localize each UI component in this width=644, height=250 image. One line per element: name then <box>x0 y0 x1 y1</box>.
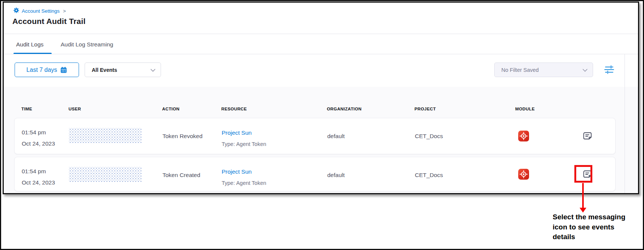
organization-cell: default <box>327 172 345 179</box>
divider <box>625 54 625 193</box>
chevron-down-icon <box>583 67 587 73</box>
column-header-module: MODULE <box>515 107 535 111</box>
divider <box>4 34 638 34</box>
column-header-resource: RESOURCE <box>221 107 247 111</box>
action-cell: Token Created <box>162 172 200 179</box>
cet-module-icon <box>518 169 529 180</box>
gear-icon <box>13 7 19 15</box>
audit-trail-window: Account Settings > Account Audit Trail A… <box>3 1 639 194</box>
user-redacted <box>69 128 142 143</box>
tab-audit-logs[interactable]: Audit Logs <box>16 41 43 48</box>
breadcrumb-account-settings[interactable]: Account Settings <box>22 8 60 14</box>
sliders-icon <box>604 70 615 76</box>
annotation-text: Select the messaging icon to see events … <box>553 212 639 242</box>
saved-filter-select[interactable]: No Filter Saved <box>494 62 593 77</box>
column-header-time: TIME <box>21 107 32 111</box>
annotation-arrow <box>582 183 584 208</box>
table-row: 01:54 pm Oct 24, 2023 Token Created Proj… <box>14 157 616 191</box>
message-icon <box>583 136 592 142</box>
highlight-box <box>574 165 592 183</box>
tab-audit-log-streaming[interactable]: Audit Log Streaming <box>61 41 113 48</box>
action-cell: Token Revoked <box>162 133 203 140</box>
project-cell: CET_Docs <box>415 172 443 179</box>
table-row: 01:54 pm Oct 24, 2023 Token Revoked Proj… <box>14 118 616 154</box>
resource-cell: Project Sun Type: Agent Token <box>222 127 266 150</box>
breadcrumb-chevron-icon: > <box>63 8 66 14</box>
column-header-project: PROJECT <box>414 107 436 111</box>
resource-cell: Project Sun Type: Agent Token <box>222 166 266 189</box>
column-header-action: ACTION <box>162 107 179 111</box>
events-filter-select[interactable]: All Events <box>85 62 161 77</box>
resource-link[interactable]: Project Sun <box>222 166 266 177</box>
time-cell: 01:54 pm Oct 24, 2023 <box>22 127 55 149</box>
filter-settings-button[interactable] <box>603 65 615 75</box>
resource-type: Type: Agent Token <box>222 177 266 189</box>
project-cell: CET_Docs <box>415 133 443 140</box>
breadcrumb[interactable]: Account Settings > <box>13 7 66 15</box>
resource-link[interactable]: Project Sun <box>222 127 266 138</box>
user-redacted <box>69 167 142 182</box>
column-header-user: USER <box>69 107 81 111</box>
calendar-icon <box>60 67 67 73</box>
event-details-button[interactable] <box>582 131 592 141</box>
time-cell: 01:54 pm Oct 24, 2023 <box>22 166 55 188</box>
cet-module-icon <box>518 131 529 141</box>
divider <box>4 54 638 54</box>
resource-type: Type: Agent Token <box>222 138 266 150</box>
date-range-button[interactable]: Last 7 days <box>15 62 79 77</box>
date-range-label: Last 7 days <box>27 67 57 73</box>
organization-cell: default <box>327 133 345 140</box>
events-filter-value: All Events <box>92 67 117 73</box>
saved-filter-value: No Filter Saved <box>501 67 539 73</box>
chevron-down-icon <box>151 67 155 73</box>
page-title: Account Audit Trail <box>12 17 86 26</box>
column-header-organization: ORGANIZATION <box>327 107 362 111</box>
